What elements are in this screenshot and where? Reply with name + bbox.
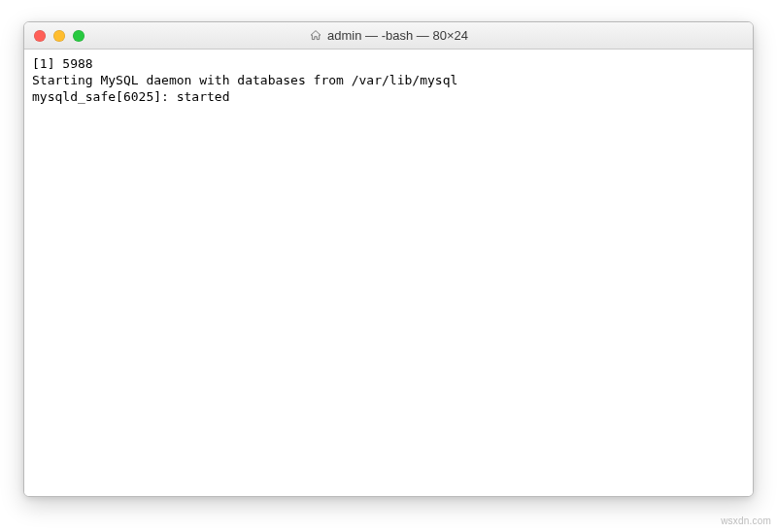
- terminal-line: mysqld_safe[6025]: started: [32, 89, 230, 104]
- minimize-button[interactable]: [53, 30, 65, 42]
- watermark-text: wsxdn.com: [721, 515, 771, 526]
- window-title-container: admin — -bash — 80×24: [24, 28, 753, 43]
- titlebar[interactable]: admin — -bash — 80×24: [24, 22, 753, 50]
- terminal-line: [1] 5988: [32, 56, 93, 71]
- close-button[interactable]: [34, 30, 46, 42]
- traffic-lights: [24, 30, 84, 42]
- home-icon: [309, 29, 322, 42]
- terminal-output[interactable]: [1] 5988 Starting MySQL daemon with data…: [24, 50, 753, 496]
- terminal-line: Starting MySQL daemon with databases fro…: [32, 73, 457, 87]
- terminal-window: admin — -bash — 80×24 [1] 5988 Starting …: [23, 21, 754, 497]
- maximize-button[interactable]: [73, 30, 84, 42]
- window-title: admin — -bash — 80×24: [327, 28, 468, 43]
